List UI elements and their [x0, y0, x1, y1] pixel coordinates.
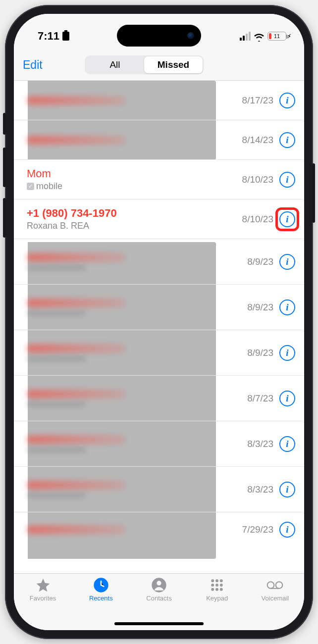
call-row[interactable]: 8/9/23 i [14, 330, 304, 376]
tab-favorites[interactable]: Favorites [14, 577, 72, 630]
svg-point-4 [215, 579, 218, 582]
call-row[interactable]: 8/7/23 i [14, 376, 304, 421]
segmented-control: All Missed [85, 55, 204, 74]
call-date: 8/9/23 [247, 347, 273, 358]
info-icon[interactable]: i [279, 172, 295, 188]
call-row[interactable]: Mom ✓ mobile 8/10/23 i [14, 160, 304, 199]
info-icon[interactable]: i [279, 436, 295, 452]
svg-point-2 [157, 581, 161, 585]
call-subtitle: ✓ mobile [27, 181, 242, 192]
info-icon[interactable]: i [279, 93, 295, 108]
svg-point-10 [215, 588, 218, 591]
info-icon[interactable]: i [279, 254, 295, 270]
info-icon[interactable]: i [279, 482, 295, 497]
call-title: +1 (980) 734-1970 [27, 207, 242, 220]
battery-icon: 11 ⚡︎ [267, 32, 286, 41]
call-row[interactable]: 8/14/23 i [14, 120, 304, 160]
svg-point-12 [267, 582, 274, 589]
volume-down-button [3, 198, 6, 238]
info-icon[interactable]: i [279, 211, 295, 227]
svg-point-5 [220, 579, 223, 582]
call-date: 8/14/23 [242, 135, 273, 146]
call-row[interactable]: 7/29/23 i [14, 512, 304, 547]
segment-all[interactable]: All [86, 56, 144, 73]
wifi-icon [254, 32, 265, 41]
call-date: 8/9/23 [247, 302, 273, 313]
check-icon: ✓ [27, 183, 34, 190]
info-icon[interactable]: i [279, 391, 295, 406]
phone-frame: 7:11 11 ⚡︎ Edit All Missed [5, 5, 313, 639]
tab-label: Voicemail [262, 594, 289, 602]
call-date: 8/3/23 [247, 439, 273, 449]
call-row[interactable]: +1 (980) 734-1970 Roxana B. REA 8/10/23 … [14, 199, 304, 239]
call-date: 7/29/23 [242, 524, 273, 535]
voicemail-icon [266, 577, 283, 594]
call-title: Mom [27, 167, 242, 180]
dynamic-island [117, 25, 201, 47]
keypad-icon [209, 577, 225, 594]
tab-label: Favorites [30, 594, 56, 602]
svg-point-6 [211, 584, 214, 587]
home-indicator[interactable] [114, 622, 204, 625]
svg-point-7 [215, 584, 218, 587]
call-subtitle: Roxana B. REA [27, 221, 242, 231]
call-date: 8/17/23 [242, 95, 273, 106]
volume-up-button [3, 148, 6, 187]
clock-icon [93, 577, 109, 594]
call-date: 8/7/23 [247, 393, 273, 404]
recents-list[interactable]: 8/17/23 i 8/14/23 i Mom ✓ mobile 8/10/23… [14, 81, 304, 573]
svg-point-9 [211, 588, 214, 591]
call-row[interactable]: 8/3/23 i [14, 421, 304, 467]
power-button [312, 163, 315, 223]
nav-bar: Edit All Missed [14, 52, 304, 81]
segment-missed[interactable]: Missed [144, 56, 203, 73]
info-icon[interactable]: i [279, 132, 295, 148]
info-icon[interactable]: i [279, 345, 295, 361]
svg-point-3 [211, 579, 214, 582]
svg-point-11 [220, 588, 223, 591]
info-icon[interactable]: i [279, 522, 295, 538]
star-icon [35, 577, 52, 594]
sim-icon [62, 32, 69, 41]
call-row[interactable]: 8/17/23 i [14, 81, 304, 120]
call-row[interactable]: 8/3/23 i [14, 467, 304, 512]
call-row[interactable]: 8/9/23 i [14, 285, 304, 330]
tab-bar: Favorites Recents Contacts [14, 573, 304, 630]
status-time: 7:11 [38, 30, 59, 43]
tab-voicemail[interactable]: Voicemail [246, 577, 304, 630]
tab-label: Recents [89, 594, 113, 602]
call-row[interactable]: 8/9/23 i [14, 239, 304, 285]
svg-point-8 [220, 584, 223, 587]
cellular-signal-icon [240, 32, 251, 41]
call-date: 8/10/23 [242, 214, 273, 225]
call-date: 8/9/23 [247, 256, 273, 267]
call-date: 8/10/23 [242, 174, 273, 185]
svg-point-13 [276, 582, 283, 589]
tab-label: Keypad [206, 594, 228, 602]
edit-button[interactable]: Edit [23, 58, 53, 72]
screen: 7:11 11 ⚡︎ Edit All Missed [14, 14, 304, 630]
mute-switch [3, 113, 6, 135]
call-date: 8/3/23 [247, 484, 273, 495]
info-icon[interactable]: i [279, 299, 295, 315]
person-icon [151, 577, 167, 594]
tab-label: Contacts [146, 594, 171, 602]
